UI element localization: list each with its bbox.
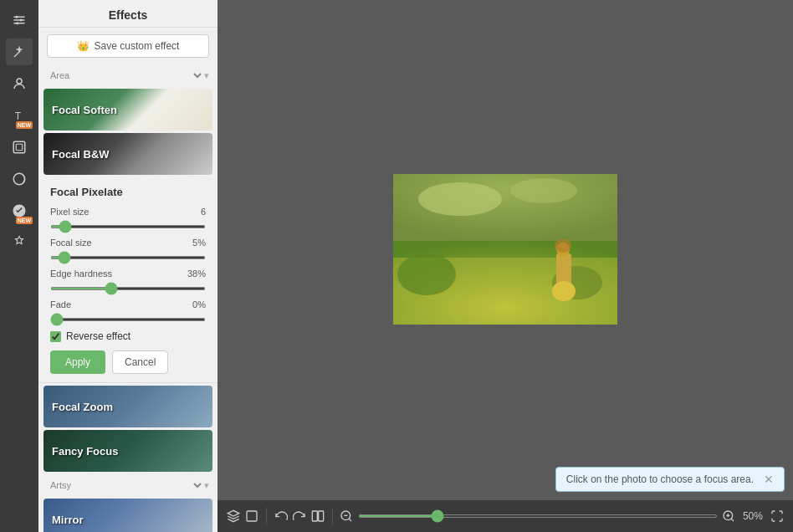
edge-hardness-row: Edge hardness 38% — [50, 269, 206, 293]
fade-label: Fade — [50, 299, 71, 309]
fade-value: 0% — [192, 299, 206, 309]
effects-scroll-area[interactable]: Area ▾ Focal Soften Focal B&W Focal Pixe… — [38, 64, 217, 532]
svg-line-32 — [731, 519, 734, 521]
svg-point-7 — [17, 79, 22, 84]
tooltip-close-button[interactable]: ✕ — [764, 473, 774, 486]
zoom-out-button[interactable] — [339, 504, 354, 528]
focal-pixelate-title: Focal Pixelate — [50, 186, 206, 198]
plugins-icon[interactable] — [6, 229, 33, 256]
focal-pixelate-controls: Focal Pixelate Pixel size 6 Focal size 5… — [38, 177, 217, 383]
left-toolbar: T NEW NEW — [0, 0, 38, 532]
mirror-label: Mirror — [52, 514, 84, 526]
text-icon[interactable]: T NEW — [6, 102, 33, 129]
svg-rect-2 — [13, 23, 25, 24]
focal-zoom-card[interactable]: Focal Zoom — [43, 386, 212, 427]
new-badge: NEW — [16, 121, 33, 129]
focal-size-value: 5% — [192, 238, 206, 248]
mirror-card[interactable]: Mirror — [43, 499, 212, 532]
fade-row: Fade 0% — [50, 299, 206, 324]
main-area: Click on the photo to choose a focus are… — [217, 0, 793, 532]
zoom-slider[interactable] — [358, 514, 718, 518]
crop-button[interactable] — [244, 504, 259, 528]
svg-rect-1 — [13, 19, 25, 21]
effects-title: Effects — [38, 0, 217, 28]
svg-line-6 — [14, 51, 21, 58]
svg-rect-9 — [13, 141, 25, 153]
focal-size-slider[interactable] — [50, 256, 206, 259]
apply-button[interactable]: Apply — [50, 350, 105, 374]
chevron-down-icon: ▾ — [204, 70, 209, 81]
svg-line-29 — [350, 519, 352, 521]
reverse-effect-checkbox[interactable] — [50, 331, 61, 342]
fit-button[interactable] — [770, 504, 785, 528]
svg-rect-25 — [247, 511, 257, 521]
focal-size-label: Focal size — [50, 238, 92, 248]
undo-button[interactable] — [274, 504, 289, 528]
fade-slider[interactable] — [50, 318, 206, 321]
cancel-button[interactable]: Cancel — [112, 350, 168, 374]
svg-point-4 — [20, 19, 23, 22]
tooltip-text: Click on the photo to choose a focus are… — [566, 473, 754, 485]
zoom-value: 50% — [739, 510, 766, 522]
svg-rect-27 — [318, 511, 323, 521]
bottom-toolbar: 50% — [217, 500, 793, 532]
svg-point-3 — [16, 16, 18, 18]
reverse-effect-row: Reverse effect — [50, 330, 206, 342]
reverse-effect-label: Reverse effect — [66, 330, 130, 342]
svg-rect-0 — [13, 17, 25, 18]
compare-button[interactable] — [310, 504, 325, 528]
edge-hardness-label: Edge hardness — [50, 269, 112, 279]
edge-hardness-value: 38% — [187, 269, 206, 279]
pixel-size-row: Pixel size 6 — [50, 207, 206, 231]
new-badge-2: NEW — [16, 217, 33, 224]
effects-panel: Effects 👑 Save custom effect Area ▾ Foca… — [38, 0, 217, 532]
textures-icon[interactable] — [6, 166, 33, 192]
artsy-chevron-icon: ▾ — [204, 480, 209, 491]
pixel-size-value: 6 — [201, 207, 206, 217]
focal-bw-label: Focal B&W — [52, 148, 110, 161]
focal-bw-card[interactable]: Focal B&W — [43, 133, 212, 175]
focal-soften-label: Focal Soften — [52, 104, 117, 116]
photo-container[interactable] — [393, 174, 617, 327]
pixel-size-slider[interactable] — [50, 225, 206, 228]
focal-soften-card[interactable]: Focal Soften — [43, 89, 212, 130]
artsy-section-select[interactable]: Artsy — [47, 479, 204, 491]
svg-text:T: T — [15, 110, 22, 122]
area-section-select[interactable]: Area — [47, 69, 204, 81]
svg-rect-10 — [16, 144, 23, 151]
frames-icon[interactable] — [6, 134, 33, 161]
svg-rect-26 — [312, 511, 317, 521]
adjustments-icon[interactable] — [6, 7, 33, 33]
fancy-focus-card[interactable]: Fancy Focus — [43, 430, 212, 472]
artsy-section-header: Artsy ▾ — [38, 474, 217, 496]
photo-image[interactable] — [393, 174, 617, 325]
svg-point-5 — [16, 22, 18, 24]
action-buttons: Apply Cancel — [50, 350, 206, 374]
pixel-size-label: Pixel size — [50, 207, 89, 217]
save-custom-effect-button[interactable]: 👑 Save custom effect — [47, 34, 209, 58]
wand-icon[interactable] — [6, 38, 33, 65]
focal-zoom-label: Focal Zoom — [52, 401, 113, 413]
stickers-icon[interactable]: NEW — [6, 197, 33, 224]
crown-icon: 👑 — [77, 40, 90, 52]
edge-hardness-slider[interactable] — [50, 287, 206, 290]
layers-button[interactable] — [226, 504, 241, 528]
fancy-focus-label: Fancy Focus — [52, 445, 118, 458]
focal-size-row: Focal size 5% — [50, 238, 206, 262]
focus-tooltip: Click on the photo to choose a focus are… — [555, 467, 785, 492]
portrait-icon[interactable] — [6, 70, 33, 97]
zoom-in-button[interactable] — [721, 504, 736, 528]
svg-rect-24 — [393, 174, 617, 325]
redo-button[interactable] — [292, 504, 307, 528]
canvas-area[interactable] — [217, 0, 793, 500]
area-section-header: Area ▾ — [38, 64, 217, 86]
divider-1 — [266, 508, 267, 524]
divider-2 — [332, 508, 333, 524]
